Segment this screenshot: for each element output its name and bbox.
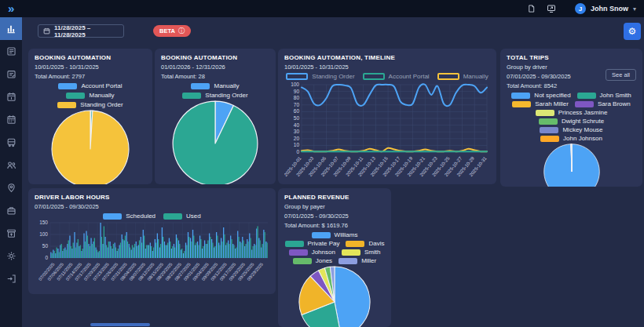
panel-planned-revenue: PLANNED REVENUE Group by payer 07/01/202…	[278, 188, 391, 327]
legend-label: Princess Jasmine	[558, 109, 608, 116]
legend-item[interactable]: Johnson	[289, 249, 335, 256]
legend-item[interactable]: Dwight Schrute	[539, 118, 604, 125]
sidebar-item-settings-gear[interactable]	[0, 245, 22, 267]
panel-title: DRIVER LABOR HOURS	[35, 194, 269, 201]
legend-swatch	[191, 83, 210, 89]
horizontal-scrollbar[interactable]	[90, 323, 150, 326]
chart-legend: ScheduledUsed	[35, 213, 269, 220]
legend-label: Scheduled	[126, 213, 156, 220]
beta-label: BETA	[159, 27, 175, 35]
chart-legend: Not specifiedJohn SmithSarah MillerSara …	[507, 92, 636, 142]
sidebar-expand-button[interactable]: »	[8, 1, 14, 16]
legend-label: John Smith	[600, 92, 631, 99]
date-range-value: 11/28/2025 – 11/28/2025	[54, 24, 119, 38]
drivers-icon	[6, 160, 16, 170]
sidebar-item-vehicle[interactable]	[0, 131, 22, 154]
legend-item[interactable]: John Johnson	[540, 135, 602, 142]
chart-legend: Account PortalManuallyStanding Order	[35, 82, 146, 108]
legend-label: Williams	[335, 231, 358, 238]
legend-item[interactable]: Private Pay	[285, 240, 340, 247]
beta-badge[interactable]: BETA ⓘ	[153, 25, 191, 37]
legend-swatch	[57, 102, 76, 108]
legend-item[interactable]: Not specified	[511, 92, 570, 99]
booking-timeline-line-chart[interactable]: 01020304050607080901002025-10-012025-10-…	[284, 82, 490, 184]
legend-swatch	[285, 241, 304, 247]
sidebar-item-drivers[interactable]	[0, 154, 22, 176]
legend-item[interactable]: Account Portal	[363, 73, 430, 80]
legend-item[interactable]: John Smith	[577, 92, 631, 99]
svg-text:0: 0	[296, 149, 299, 154]
legend-swatch	[577, 93, 596, 99]
date-range-picker[interactable]: 11/28/2025 – 11/28/2025	[38, 24, 124, 38]
legend-item[interactable]: Manually	[66, 92, 114, 99]
sidebar-item-orders-list[interactable]	[0, 40, 22, 63]
panel-total: Total Amount: 28	[161, 73, 269, 80]
booking-automation-pie-chart[interactable]	[51, 110, 130, 184]
sidebar-item-logout[interactable]	[0, 267, 22, 290]
orders-list-icon	[6, 46, 16, 56]
legend-swatch	[103, 213, 122, 220]
legend-item[interactable]: Smith	[342, 249, 380, 256]
sidebar-item-location-pin[interactable]	[0, 176, 22, 199]
svg-text:50: 50	[294, 115, 300, 121]
screen-share-icon[interactable]	[547, 4, 556, 13]
legend-item[interactable]: Manually	[437, 73, 488, 80]
sidebar-item-archive[interactable]	[0, 222, 22, 245]
panel-title: BOOKING AUTOMATION	[161, 54, 269, 61]
report-document-icon[interactable]	[527, 4, 536, 13]
legend-swatch	[437, 73, 459, 80]
legend-swatch	[293, 258, 312, 264]
user-menu[interactable]: J John Snow ▾	[567, 3, 636, 14]
legend-item[interactable]: Manually	[191, 82, 239, 89]
legend-item[interactable]: Miller	[338, 257, 376, 264]
legend-item[interactable]: Davis	[346, 240, 384, 247]
sidebar-item-notes[interactable]	[0, 63, 22, 85]
legend-swatch	[286, 73, 308, 80]
legend-item[interactable]: Account Portal	[58, 82, 122, 89]
panel-driver-labor-hours: DRIVER LABOR HOURS 07/01/2025 - 09/30/20…	[28, 188, 276, 294]
legend-item[interactable]: Standing Order	[182, 92, 247, 99]
legend-item[interactable]: Sarah Miller	[512, 100, 569, 107]
legend-swatch	[363, 73, 385, 80]
sidebar	[0, 17, 22, 327]
booking-automation-2026-pie-chart[interactable]	[172, 100, 258, 184]
legend-swatch	[512, 101, 531, 107]
legend-item[interactable]: Standing Order	[286, 73, 354, 80]
panel-date-range: 07/01/2025 - 09/30/2025	[35, 203, 269, 210]
legend-label: Not specified	[534, 92, 570, 99]
panel-booking-automation-timeline: BOOKING AUTOMATION, TIMELINE 10/01/2025 …	[278, 49, 496, 184]
legend-item[interactable]: Princess Jasmine	[536, 109, 608, 116]
sidebar-item-schedule-day[interactable]	[0, 85, 22, 108]
total-trips-pie-chart[interactable]	[543, 144, 600, 187]
legend-label: Smith	[364, 249, 380, 256]
toolbar: 11/28/2025 – 11/28/2025 BETA ⓘ ⚙	[22, 17, 644, 49]
legend-item[interactable]: Standing Order	[57, 101, 123, 108]
driver-labor-hours-bar-chart[interactable]: 05010015007/02/202507/06/202507/11/20250…	[35, 220, 269, 289]
svg-text:70: 70	[294, 102, 300, 107]
panel-total-trips: TOTAL TRIPS Group by driver 07/01/2025 -…	[500, 49, 642, 187]
svg-text:40: 40	[294, 122, 300, 128]
app-root: » J John Snow ▾	[0, 0, 644, 327]
dashboard-settings-button[interactable]: ⚙	[624, 23, 641, 40]
svg-text:100: 100	[39, 231, 48, 237]
legend-swatch	[58, 83, 77, 89]
legend-item[interactable]: Jones	[293, 257, 332, 264]
panel-date-range: 07/01/2025 - 09/30/2025	[284, 213, 385, 220]
see-all-button[interactable]: See all	[606, 69, 636, 81]
legend-item[interactable]: Mickey Mouse	[540, 126, 602, 133]
panel-title: PLANNED REVENUE	[284, 194, 385, 201]
legend-item[interactable]: Scheduled	[103, 213, 156, 220]
chart-legend: WilliamsPrivate PayDavisJohnsonSmithJone…	[284, 231, 385, 264]
planned-revenue-pie-chart[interactable]	[298, 266, 371, 327]
legend-swatch	[163, 213, 182, 220]
legend-swatch	[66, 93, 85, 99]
sidebar-item-bar-chart[interactable]	[0, 17, 22, 40]
sidebar-item-calendar[interactable]	[0, 108, 22, 131]
vehicle-icon	[6, 137, 16, 147]
sidebar-item-briefcase[interactable]	[0, 199, 22, 222]
legend-item[interactable]: Williams	[312, 231, 358, 238]
main-content: 11/28/2025 – 11/28/2025 BETA ⓘ ⚙ BOOKING…	[22, 17, 644, 327]
chart-legend: Standing OrderAccount PortalManually	[284, 73, 490, 80]
legend-item[interactable]: Used	[163, 213, 201, 220]
legend-item[interactable]: Sara Brown	[575, 100, 631, 107]
